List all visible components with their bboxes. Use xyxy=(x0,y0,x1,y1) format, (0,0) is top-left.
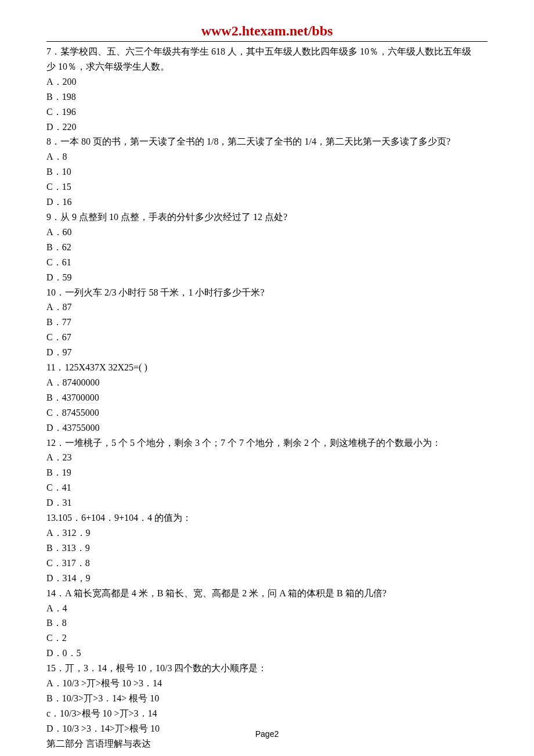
question-option: A．8 xyxy=(46,149,488,164)
question-option: B．19 xyxy=(46,465,488,480)
question-option: c．10/3>根号 10 >丌>3．14 xyxy=(46,706,488,721)
question-option: C．61 xyxy=(46,255,488,270)
question-option: B．62 xyxy=(46,240,488,255)
question-stem: 少 10％，求六年级学生人数。 xyxy=(46,59,488,74)
question-option: B．43700000 xyxy=(46,390,488,405)
question-option: C．317．8 xyxy=(46,556,488,571)
question-option: A．312．9 xyxy=(46,525,488,541)
page-footer: Page2 xyxy=(0,729,534,739)
question-option: C．41 xyxy=(46,480,488,495)
question-option: A．23 xyxy=(46,450,488,465)
question-option: A．10/3 >丌>根号 10 >3．14 xyxy=(46,676,488,691)
question-option: D．97 xyxy=(46,345,488,360)
question-option: D．314，9 xyxy=(46,571,488,586)
question-option: B．77 xyxy=(46,315,488,330)
question-option: B．313．9 xyxy=(46,541,488,556)
question-option: C．67 xyxy=(46,330,488,345)
question-option: A．60 xyxy=(46,225,488,240)
question-option: B．10/3>丌>3．14> 根号 10 xyxy=(46,691,488,706)
question-option: B．198 xyxy=(46,89,488,105)
question-stem: 12．一堆桃子，5 个 5 个地分，剩余 3 个；7 个 7 个地分，剩余 2 … xyxy=(46,435,488,451)
page-label: Page xyxy=(255,729,275,739)
question-option: D．0．5 xyxy=(46,646,488,661)
question-option: D．59 xyxy=(46,270,488,285)
question-option: D．43755000 xyxy=(46,420,488,435)
question-stem: 15．丌，3．14，根号 10，10/3 四个数的大小顺序是： xyxy=(46,661,488,676)
question-option: C．15 xyxy=(46,179,488,195)
document-body: 7．某学校四、五、六三个年级共有学生 618 人，其中五年级人数比四年级多 10… xyxy=(0,44,534,751)
question-stem: 9．从 9 点整到 10 点整，手表的分针多少次经过了 12 点处? xyxy=(46,210,488,225)
question-option: C．2 xyxy=(46,631,488,646)
question-option: A．87400000 xyxy=(46,375,488,390)
question-stem: 14．A 箱长宽高都是 4 米，B 箱长、宽、高都是 2 米，问 A 箱的体积是… xyxy=(46,586,488,601)
question-stem: 8．一本 80 页的书，第一天读了全书的 1/8，第二天读了全书的 1/4，第二… xyxy=(46,134,488,149)
question-option: D．220 xyxy=(46,120,488,135)
question-option: C．87455000 xyxy=(46,405,488,420)
question-option: D．16 xyxy=(46,195,488,210)
question-option: A．200 xyxy=(46,74,488,89)
question-option: B．8 xyxy=(46,615,488,631)
question-option: A．87 xyxy=(46,300,488,315)
question-option: C．196 xyxy=(46,105,488,120)
page-header: www2.htexam.net/bbs xyxy=(0,0,534,41)
question-stem: 10．一列火车 2/3 小时行 58 千米，1 小时行多少千米? xyxy=(46,285,488,300)
page-number: 2 xyxy=(274,729,279,739)
question-stem: 7．某学校四、五、六三个年级共有学生 618 人，其中五年级人数比四年级多 10… xyxy=(46,44,488,59)
question-option: B．10 xyxy=(46,164,488,179)
question-stem: 13.105．6+104．9+104．4 的值为： xyxy=(46,510,488,525)
header-divider xyxy=(46,41,488,42)
question-option: A．4 xyxy=(46,601,488,616)
question-option: D．31 xyxy=(46,495,488,510)
header-url: www2.htexam.net/bbs xyxy=(201,23,333,38)
question-stem: 11．125X437X 32X25=( ) xyxy=(46,360,488,375)
